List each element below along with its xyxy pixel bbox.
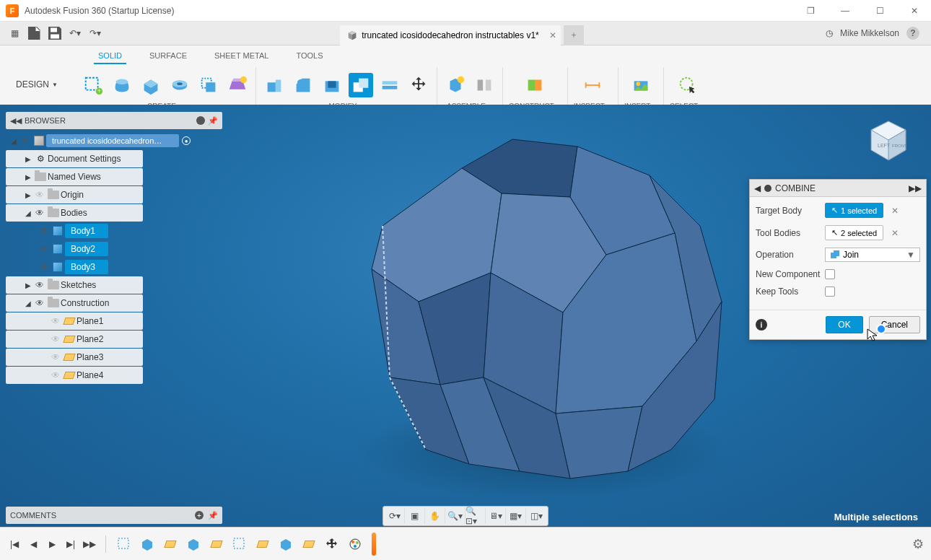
- tab-sheet-metal[interactable]: SHEET METAL: [210, 48, 273, 64]
- timeline-feature-sketch[interactable]: [230, 535, 249, 554]
- workspace-switcher[interactable]: DESIGN▼: [6, 67, 68, 102]
- fillet-button[interactable]: [291, 73, 315, 97]
- undo-button[interactable]: ↶▾: [66, 25, 84, 42]
- tree-named-views[interactable]: ▶Named Views: [6, 168, 143, 185]
- tree-plane1[interactable]: 👁Plane1: [6, 312, 143, 330]
- new-component-checkbox[interactable]: [825, 269, 835, 279]
- ok-button[interactable]: OK: [826, 316, 862, 333]
- timeline-feature-plane[interactable]: [253, 535, 272, 554]
- timeline-prev-button[interactable]: ◀: [26, 537, 40, 551]
- tree-body3[interactable]: 👁Body3: [6, 258, 143, 276]
- keep-tools-checkbox[interactable]: [825, 286, 835, 297]
- expand-icon[interactable]: ▶▶: [909, 183, 922, 193]
- tree-plane4[interactable]: 👁Plane4: [6, 367, 143, 384]
- comments-bar[interactable]: COMMENTS + 📌: [6, 507, 222, 524]
- insert-button[interactable]: [629, 73, 653, 97]
- joint-button[interactable]: [472, 73, 497, 97]
- viewports-button[interactable]: ◫▾: [526, 508, 546, 524]
- timeline-feature-appearance[interactable]: [346, 535, 364, 554]
- info-icon[interactable]: i: [756, 319, 767, 331]
- clear-tools-button[interactable]: ✕: [889, 228, 901, 238]
- collapse-icon[interactable]: ◀◀: [10, 116, 22, 126]
- tree-body2[interactable]: 👁Body2: [6, 240, 143, 258]
- timeline-feature-move[interactable]: [323, 535, 341, 554]
- shell-button[interactable]: [320, 73, 344, 97]
- revolve-button[interactable]: [167, 73, 192, 97]
- maximize-button[interactable]: ☐: [869, 6, 891, 16]
- 3d-model[interactable]: [339, 125, 743, 527]
- user-name[interactable]: Mike Mikkelson: [840, 28, 899, 38]
- clear-target-button[interactable]: ✕: [889, 206, 901, 216]
- dialog-options-icon[interactable]: [764, 185, 772, 192]
- tab-surface[interactable]: SURFACE: [145, 48, 191, 64]
- pin-icon[interactable]: 📌: [208, 116, 218, 126]
- view-cube[interactable]: LEFTFRONT: [863, 115, 914, 166]
- loft-button[interactable]: [225, 73, 250, 97]
- timeline-playhead[interactable]: [372, 533, 376, 556]
- display-button[interactable]: 🖥▾: [486, 508, 506, 524]
- timeline-feature-plane[interactable]: [161, 535, 180, 554]
- tree-plane3[interactable]: 👁Plane3: [6, 349, 143, 366]
- create-form-button[interactable]: [110, 73, 134, 97]
- tab-solid[interactable]: SOLID: [94, 48, 126, 64]
- tree-bodies[interactable]: ◢👁Bodies: [6, 204, 143, 222]
- timeline-feature-plane[interactable]: [207, 535, 226, 554]
- orbit-button[interactable]: ⟳▾: [385, 508, 405, 524]
- target-body-selector[interactable]: ↖1 selected: [825, 203, 883, 218]
- pan-button[interactable]: ✋: [425, 508, 445, 524]
- activate-icon[interactable]: ●: [182, 136, 191, 145]
- zoom-button[interactable]: 🔍▾: [445, 508, 466, 524]
- tree-sketches[interactable]: ▶👁Sketches: [6, 276, 143, 294]
- close-button[interactable]: ✕: [904, 6, 925, 16]
- split-button[interactable]: [377, 73, 402, 97]
- add-comment-icon[interactable]: +: [195, 511, 204, 520]
- tree-origin[interactable]: ▶👁Origin: [6, 186, 143, 204]
- new-sketch-button[interactable]: +: [81, 73, 105, 97]
- grid-button[interactable]: ▦▾: [506, 508, 526, 524]
- timeline-next-button[interactable]: ▶|: [64, 537, 78, 551]
- construct-plane-button[interactable]: [523, 73, 547, 97]
- timeline-feature-plane[interactable]: [300, 535, 318, 554]
- document-tab[interactable]: truncated icosidodecahedron instructable…: [340, 25, 560, 45]
- browser-settings-icon[interactable]: [196, 116, 205, 125]
- extensions-icon[interactable]: ◷: [826, 28, 833, 38]
- tab-tools[interactable]: TOOLS: [292, 48, 327, 64]
- operation-select[interactable]: Join ▼: [825, 248, 920, 262]
- new-component-button[interactable]: [443, 73, 468, 97]
- help-icon[interactable]: ?: [906, 27, 919, 40]
- timeline-feature-extrude[interactable]: [276, 535, 295, 554]
- timeline-feature-extrude[interactable]: [138, 535, 157, 554]
- collapse-icon[interactable]: ◀: [754, 183, 761, 193]
- pin-icon[interactable]: 📌: [208, 511, 218, 520]
- fit-button[interactable]: 🔍⊡▾: [466, 508, 486, 524]
- select-button[interactable]: [676, 73, 700, 97]
- tree-body1[interactable]: 👁Body1: [6, 222, 143, 240]
- browser-header[interactable]: ◀◀ BROWSER 📌: [6, 112, 222, 129]
- press-pull-button[interactable]: [262, 73, 287, 97]
- combine-header[interactable]: ◀ COMBINE ▶▶: [750, 180, 926, 197]
- move-button[interactable]: [406, 73, 431, 97]
- grid-menu-button[interactable]: ▦: [6, 25, 23, 42]
- minimize-button[interactable]: —: [834, 6, 856, 16]
- timeline-feature-sketch[interactable]: [115, 535, 134, 554]
- timeline-play-button[interactable]: ▶: [45, 537, 59, 551]
- close-tab-button[interactable]: ✕: [549, 30, 556, 40]
- tree-doc-settings[interactable]: ▶⚙Document Settings: [6, 150, 143, 167]
- timeline-start-button[interactable]: |◀: [7, 537, 22, 551]
- extrude-button[interactable]: [139, 73, 163, 97]
- save-button[interactable]: [46, 25, 64, 42]
- tree-construction[interactable]: ◢👁Construction: [6, 294, 143, 312]
- redo-button[interactable]: ↷▾: [87, 25, 104, 42]
- timeline-settings-button[interactable]: ⚙: [912, 536, 924, 552]
- tree-plane2[interactable]: 👁Plane2: [6, 331, 143, 348]
- new-tab-button[interactable]: ＋: [564, 25, 584, 45]
- measure-button[interactable]: [580, 73, 605, 97]
- tool-bodies-selector[interactable]: ↖2 selected: [825, 225, 883, 240]
- look-at-button[interactable]: ▣: [405, 508, 425, 524]
- sweep-button[interactable]: [196, 73, 221, 97]
- timeline-feature-extrude[interactable]: [184, 535, 203, 554]
- file-menu-button[interactable]: [26, 25, 43, 42]
- combine-button[interactable]: [349, 73, 373, 97]
- tree-root[interactable]: ◢👁 truncated icosidodecahedron… ●: [6, 132, 222, 149]
- restore-icon[interactable]: ❐: [800, 6, 821, 16]
